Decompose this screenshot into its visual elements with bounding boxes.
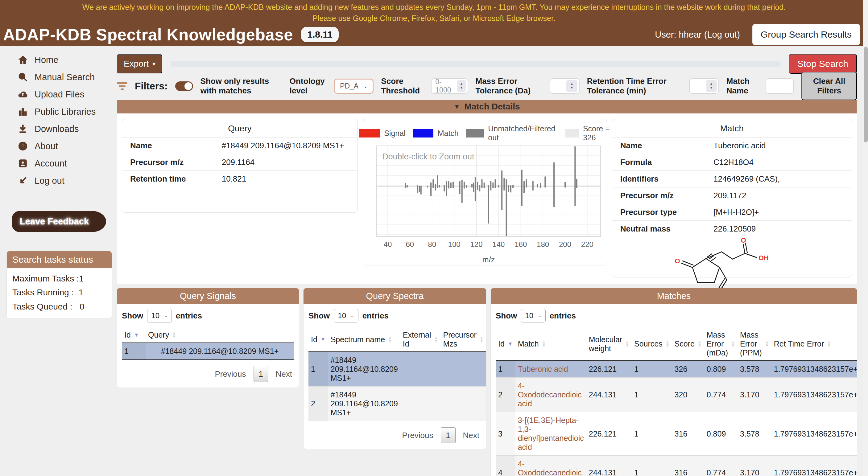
table-cell: 244.131 xyxy=(586,378,632,412)
main-content: Export ▾ Stop Search Filters: Show only … xyxy=(116,46,868,476)
column-header-mass-error-ppm-[interactable]: Mass Error (PPM)▲▼ xyxy=(738,327,771,361)
match-name-link[interactable]: 4-Oxododecanedioic acid xyxy=(518,459,582,476)
table-row[interactable]: 1Tuberonic acid226.12113260.8093.5781.79… xyxy=(496,361,857,378)
column-header-label: Mass Error (PPM) xyxy=(740,330,762,357)
table-cell xyxy=(400,352,441,387)
sidebar-item-about[interactable]: ?About xyxy=(0,137,116,155)
chevron-down-icon: ▼ xyxy=(454,103,460,110)
sidebar-item-account[interactable]: Account xyxy=(0,155,116,172)
legend-swatch xyxy=(413,129,433,137)
scrollbar-thumb[interactable] xyxy=(864,47,868,142)
legend-entry: Signal xyxy=(359,129,406,138)
match-details-collapse-bar[interactable]: ▼ Match Details xyxy=(117,100,857,114)
column-header-query[interactable]: Query▲▼ xyxy=(146,327,294,343)
table-row[interactable]: 1#18449 209.1164@10.8209 MS1+0.000 xyxy=(308,352,486,387)
user-logout-link[interactable]: User: hhear (Log out) xyxy=(655,30,740,40)
column-header-score[interactable]: Score▲▼ xyxy=(672,327,704,361)
export-button[interactable]: Export ▾ xyxy=(117,54,162,73)
detail-value: #18449 209.1164@10.8209 MS1+ xyxy=(219,137,358,154)
page-scrollbar[interactable] xyxy=(863,0,868,476)
previous-page-button[interactable]: Previous xyxy=(215,369,246,379)
stepper-icon[interactable]: ▲▼ xyxy=(457,80,466,92)
leave-feedback-button[interactable]: Leave Feedback xyxy=(12,211,106,232)
upload-icon xyxy=(17,89,28,100)
stepper-icon[interactable]: ▲▼ xyxy=(566,80,578,92)
column-header-external-id[interactable]: External Id▲▼ xyxy=(400,327,441,352)
sort-desc-icon: ▼ xyxy=(320,336,326,343)
table-row[interactable]: 24-Oxododecanedioic acid244.13113200.774… xyxy=(496,378,857,412)
match-name-link[interactable]: 4-Oxododecanedioic acid xyxy=(518,381,582,408)
previous-page-button[interactable]: Previous xyxy=(402,431,433,440)
table-row[interactable]: 1#18449 209.1164@10.8209 MS1+ xyxy=(122,343,294,360)
chevron-down-icon: ▾ xyxy=(152,60,155,67)
detail-label: Precursor m/z xyxy=(612,187,710,204)
entries-label: entries xyxy=(176,311,202,321)
ontology-level-select[interactable]: PD_A ⌄ xyxy=(334,78,374,94)
query-spectra-title: Query Spectra xyxy=(304,288,486,304)
sort-icon: ▲▼ xyxy=(827,341,831,347)
column-header-match[interactable]: Match▲▼ xyxy=(516,327,586,361)
clear-all-filters-button[interactable]: Clear All Filters xyxy=(801,72,857,100)
table-cell: 3.170 xyxy=(738,378,771,412)
column-header-label: Precursor Mzs xyxy=(443,330,476,348)
ontology-level-value: PD_A xyxy=(340,82,359,90)
table-row[interactable]: 44-Oxododecanedioic acid244.13113160.774… xyxy=(496,456,857,476)
entries-per-page-select[interactable]: 10 ⌄ xyxy=(147,309,172,322)
table-cell: 1 xyxy=(122,343,146,360)
column-header-mass-error-mda-[interactable]: Mass Error (mDa)▲▼ xyxy=(704,327,738,361)
table-cell: 244.131 xyxy=(586,456,632,476)
sidebar-item-manual-search[interactable]: Manual Search xyxy=(0,68,116,86)
spectrum-plot[interactable]: 406080100120140160180200220Double-click … xyxy=(366,144,603,265)
column-header-id[interactable]: Id▼ xyxy=(496,327,516,361)
next-page-button[interactable]: Next xyxy=(463,431,479,440)
entries-per-page-select[interactable]: 10 ⌄ xyxy=(521,309,545,322)
sidebar-item-public-libraries[interactable]: Public Libraries xyxy=(0,103,116,120)
show-label: Show xyxy=(496,311,517,321)
sidebar-item-home[interactable]: Home xyxy=(0,51,116,68)
sidebar-item-downloads[interactable]: Downloads xyxy=(0,120,116,137)
column-header-molecular-weight[interactable]: Molecular weight▲▼ xyxy=(586,327,632,361)
entries-per-page-select[interactable]: 10 ⌄ xyxy=(334,309,358,322)
table-row[interactable]: 2#18449 209.1164@10.8209 MS1+0.000 xyxy=(308,387,486,421)
table-cell: 0.774 xyxy=(704,378,738,412)
match-detail-row: Identifiers124649269 (CAS), xyxy=(612,171,851,187)
column-header-spectrum-name[interactable]: Spectrum name▲▼ xyxy=(328,327,400,352)
group-search-results-button[interactable]: Group Search Results xyxy=(752,24,860,45)
show-matches-toggle[interactable] xyxy=(175,82,193,91)
sort-icon: ▲▼ xyxy=(479,336,484,343)
column-header-sources[interactable]: Sources▲▼ xyxy=(632,327,672,361)
sidebar-item-label: Home xyxy=(35,55,58,65)
table-cell xyxy=(440,352,486,387)
svg-text:120: 120 xyxy=(470,240,483,249)
table-cell: 4 xyxy=(496,456,516,476)
spectrum-chart[interactable]: SignalMatchUnmatched/Filtered outScore =… xyxy=(363,119,607,265)
mass-error-tolerance-input[interactable]: ▲▼ xyxy=(550,78,580,94)
column-header-precursor-mzs[interactable]: Precursor Mzs▲▼ xyxy=(440,327,486,352)
match-detail-row: Neutral mass226.120509 xyxy=(612,221,851,237)
table-cell: 316 xyxy=(672,456,704,476)
column-header-id[interactable]: Id▼ xyxy=(308,327,328,352)
column-header-id[interactable]: Id▼ xyxy=(122,327,146,343)
stop-search-button[interactable]: Stop Search xyxy=(789,54,857,74)
match-name-link[interactable]: Tuberonic acid xyxy=(518,365,568,373)
rt-error-tolerance-input[interactable]: ▲▼ xyxy=(689,78,719,94)
table-row[interactable]: 33-[(1E,3E)-Hepta-1,3-dienyl]pentanedioi… xyxy=(496,412,857,456)
match-name-input[interactable] xyxy=(766,78,794,94)
match-name-link[interactable]: 3-[(1E,3E)-Hepta-1,3-dienyl]pentanedioic… xyxy=(518,416,584,451)
page-number-button[interactable]: 1 xyxy=(253,366,268,382)
column-header-ret-time-error[interactable]: Ret Time Error▲▼ xyxy=(771,327,857,361)
match-detail-row: Precursor m/z209.1172 xyxy=(612,187,851,204)
column-header-label: Id xyxy=(498,340,505,348)
score-threshold-input[interactable]: 0-1000 ▲▼ xyxy=(431,78,468,94)
table-cell: 1 xyxy=(308,352,328,387)
sidebar-item-log-out[interactable]: Log out xyxy=(0,172,116,189)
sidebar-item-upload-files[interactable]: Upload Files xyxy=(0,86,116,103)
sidebar-nav: HomeManual SearchUpload FilesPublic Libr… xyxy=(0,51,116,189)
table-cell: 320 xyxy=(672,378,704,412)
page-number-button[interactable]: 1 xyxy=(441,427,456,443)
match-detail-row: NameTuberonic acid xyxy=(612,137,851,154)
chevron-down-icon: ⌄ xyxy=(363,83,368,89)
score-threshold-placeholder: 0-1000 xyxy=(432,78,457,94)
stepper-icon[interactable]: ▲▼ xyxy=(706,80,717,92)
next-page-button[interactable]: Next xyxy=(276,369,292,379)
